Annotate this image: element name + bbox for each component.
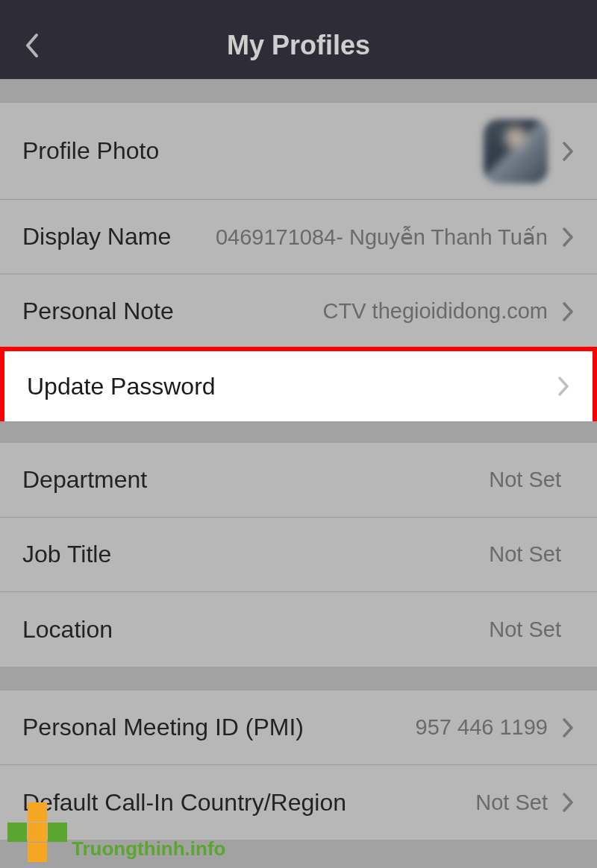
row-label: Update Password [27, 373, 216, 400]
row-value: CTV thegioididong.com [174, 299, 561, 324]
chevron-right-icon [561, 140, 575, 163]
row-update-password[interactable]: Update Password [0, 347, 597, 421]
row-value: Not Set [111, 542, 575, 567]
page-title: My Profiles [0, 30, 597, 61]
row-value: 957 446 1199 [304, 715, 561, 740]
header-bar: My Profiles [0, 12, 597, 79]
row-personal-note[interactable]: Personal Note CTV thegioididong.com [0, 274, 597, 349]
row-value: Not Set [147, 468, 575, 492]
section-work: Department Not Set Job Title Not Set Loc… [0, 443, 597, 667]
chevron-right-icon [561, 301, 575, 323]
watermark-logo-icon [7, 802, 67, 862]
row-value: Not Set [346, 790, 561, 815]
chevron-right-icon [557, 375, 570, 397]
row-profile-photo[interactable]: Profile Photo [0, 103, 597, 200]
avatar [484, 119, 548, 183]
chevron-right-icon [561, 226, 575, 248]
row-label: Personal Meeting ID (PMI) [22, 714, 304, 741]
chevron-right-icon [561, 717, 575, 739]
row-display-name[interactable]: Display Name 0469171084- Nguyễn Thanh Tu… [0, 200, 597, 274]
watermark-text: Truongthinh.info [72, 837, 226, 861]
back-button[interactable] [16, 31, 46, 60]
status-bar [0, 0, 597, 12]
row-department[interactable]: Department Not Set [0, 443, 597, 518]
row-label: Profile Photo [22, 137, 159, 165]
chevron-right-icon [561, 791, 575, 814]
section-gap [0, 79, 597, 103]
row-location[interactable]: Location Not Set [0, 592, 597, 667]
row-pmi[interactable]: Personal Meeting ID (PMI) 957 446 1199 [0, 691, 597, 765]
row-label: Department [22, 466, 147, 494]
row-job-title[interactable]: Job Title Not Set [0, 518, 597, 592]
row-label: Job Title [22, 541, 111, 568]
row-label: Display Name [22, 223, 171, 251]
row-value: 0469171084- Nguyễn Thanh Tuấn [171, 224, 561, 250]
row-value: Not Set [113, 617, 575, 642]
section-gap [0, 419, 597, 443]
section-profile: Profile Photo Display Name 0469171084- N… [0, 103, 597, 421]
row-label: Location [22, 616, 113, 644]
row-label: Personal Note [22, 298, 174, 325]
watermark: Truongthinh.info [7, 802, 226, 862]
chevron-left-icon [23, 32, 40, 59]
section-gap [0, 667, 597, 691]
